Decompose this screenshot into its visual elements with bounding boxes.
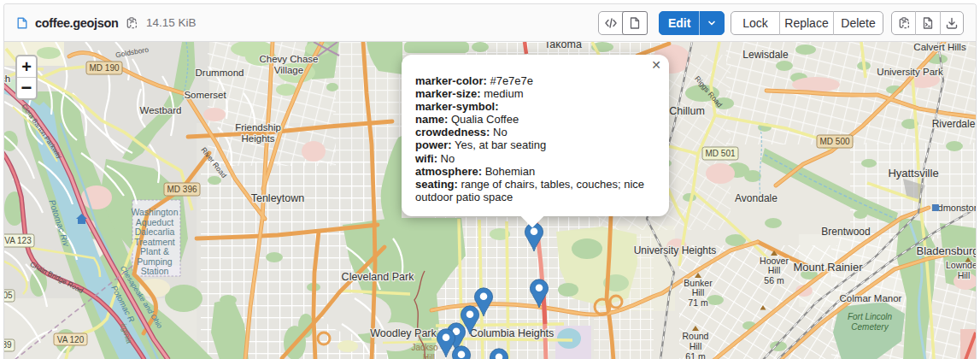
- svg-text:Hill: Hill: [423, 353, 435, 359]
- svg-text:Station: Station: [141, 266, 169, 276]
- svg-text:Calvert Hills: Calvert Hills: [913, 42, 966, 52]
- svg-text:56 m: 56 m: [764, 275, 784, 285]
- svg-text:Chillum: Chillum: [669, 105, 705, 117]
- svg-text:Lewisdale: Lewisdale: [742, 49, 789, 61]
- svg-text:Somerset: Somerset: [184, 90, 226, 100]
- svg-text:Plant &: Plant &: [140, 246, 169, 256]
- svg-text:Heights: Heights: [242, 133, 275, 144]
- svg-text:Avondale: Avondale: [735, 192, 778, 204]
- svg-text:Woodley Park: Woodley Park: [370, 327, 437, 339]
- svg-text:Hyattsville: Hyattsville: [888, 167, 938, 180]
- svg-text:University Park: University Park: [877, 67, 943, 77]
- svg-text:VA 120: VA 120: [57, 335, 85, 344]
- svg-text:Hill: Hill: [768, 265, 781, 275]
- svg-text:Friendship: Friendship: [235, 122, 281, 132]
- svg-text:Westbard: Westbard: [139, 105, 181, 115]
- svg-text:Tenleytown: Tenleytown: [251, 192, 305, 204]
- svg-text:Jackso: Jackso: [411, 343, 438, 352]
- svg-text:Hill: Hill: [958, 270, 971, 280]
- svg-text:Brentwood: Brentwood: [821, 226, 870, 238]
- svg-text:Chevy Chase: Chevy Chase: [259, 54, 318, 64]
- svg-text:05: 05: [4, 291, 13, 300]
- svg-text:Riverdale: Riverdale: [932, 118, 976, 130]
- svg-text:Columbia Heights: Columbia Heights: [470, 327, 555, 339]
- svg-text:Dalecarlia: Dalecarlia: [135, 227, 175, 237]
- svg-text:Lowndes: Lowndes: [946, 260, 976, 270]
- svg-text:MD 190: MD 190: [89, 63, 119, 73]
- svg-text:Fort Lincoln: Fort Lincoln: [848, 312, 893, 321]
- svg-text:71 m: 71 m: [688, 297, 708, 308]
- svg-text:Bladensburg: Bladensburg: [917, 244, 977, 257]
- svg-text:MD 501: MD 501: [705, 149, 735, 158]
- svg-text:MD 500: MD 500: [819, 137, 849, 146]
- svg-text:Takoma: Takoma: [544, 42, 582, 50]
- svg-text:University Heights: University Heights: [634, 244, 717, 256]
- svg-text:Mount Rainier: Mount Rainier: [794, 261, 864, 274]
- svg-text:Colmar Manor: Colmar Manor: [840, 293, 902, 303]
- svg-text:61 m: 61 m: [685, 351, 706, 359]
- svg-text:Village: Village: [274, 65, 303, 75]
- svg-text:Washington: Washington: [131, 207, 178, 217]
- svg-text:39: 39: [4, 340, 12, 350]
- svg-text:Round: Round: [683, 331, 709, 341]
- svg-text:Cemetery: Cemetery: [851, 322, 889, 332]
- svg-text:VA 123: VA 123: [4, 236, 32, 245]
- svg-text:Cleveland Park: Cleveland Park: [342, 271, 415, 283]
- svg-text:Drummond: Drummond: [196, 68, 244, 78]
- svg-text:Hill: Hill: [692, 287, 705, 297]
- svg-text:ch: ch: [4, 74, 10, 84]
- svg-text:MD 396: MD 396: [167, 185, 197, 194]
- svg-text:Hill: Hill: [690, 341, 702, 351]
